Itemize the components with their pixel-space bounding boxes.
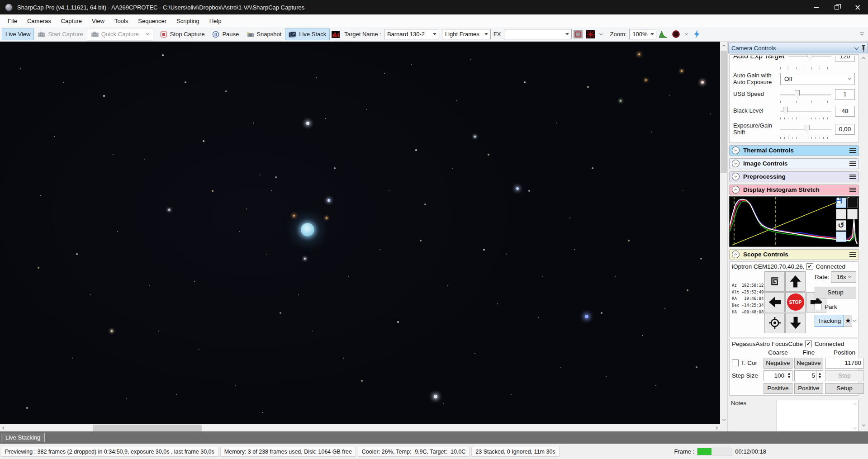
panel-scroll-up[interactable] (860, 54, 868, 62)
reticle-dropdown[interactable] (683, 28, 690, 40)
auto-exp-target-value[interactable]: 120 (835, 56, 855, 62)
focuser-connected-checkbox[interactable]: ✔ (805, 341, 812, 347)
auto-gain-combo[interactable]: Off (780, 73, 855, 85)
mount-connected-checkbox[interactable]: ✔ (806, 263, 813, 270)
frame-type-combo[interactable]: Light Frames (442, 29, 491, 39)
zoom-combo[interactable]: 100% (629, 29, 656, 39)
tab-live-stacking[interactable]: Live Stacking (1, 433, 45, 442)
section-scope-controls[interactable]: Scope Controls (729, 249, 859, 260)
test-pattern-button[interactable] (584, 28, 597, 40)
horizontal-scroll-thumb[interactable] (93, 425, 202, 431)
expand-icon[interactable] (732, 147, 740, 154)
menu-item-tools[interactable]: Tools (109, 16, 133, 26)
stop-capture-button[interactable]: Stop Capture (156, 28, 209, 40)
menu-item-file[interactable]: File (3, 16, 22, 26)
coarse-step-spinner[interactable]: 100 ▲▼ (764, 370, 792, 381)
expand-icon[interactable] (732, 160, 740, 167)
goto-target-button[interactable] (764, 313, 785, 333)
temp-compensation-checkbox[interactable] (732, 360, 739, 366)
section-menu-icon[interactable] (849, 148, 856, 153)
expand-icon[interactable] (732, 173, 740, 180)
black-level-slider[interactable] (780, 107, 831, 116)
tracking-button[interactable]: Tracking (815, 315, 844, 327)
minimize-button[interactable] (806, 0, 826, 14)
scroll-left-arrow[interactable] (0, 424, 8, 432)
slew-up-button[interactable] (785, 271, 806, 292)
slider-thumb[interactable] (805, 125, 810, 133)
target-name-combo[interactable]: Barnard 130-2 (384, 29, 439, 39)
menu-item-cameras[interactable]: Cameras (22, 16, 56, 26)
section-preprocessing[interactable]: Preprocessing (729, 171, 859, 182)
black-level-value[interactable]: 48 (835, 106, 855, 117)
exposure-gain-shift-value[interactable]: 0,00 (835, 124, 855, 135)
histogram-contrast-button[interactable] (847, 198, 858, 208)
restore-button[interactable] (826, 0, 847, 14)
histogram-auto-stretch-button[interactable] (836, 209, 846, 219)
fine-negative-button[interactable]: Negative (794, 358, 823, 369)
section-image-controls[interactable]: Image Controls (729, 158, 859, 169)
reticle-button[interactable] (669, 28, 683, 40)
toolbar-overflow-button[interactable] (858, 33, 866, 36)
exposure-gain-shift-slider[interactable] (780, 125, 831, 134)
mount-setup-button[interactable]: Setup (815, 287, 856, 298)
quick-capture-dropdown[interactable] (142, 28, 153, 40)
image-histogram-button[interactable] (330, 28, 342, 40)
polar-align-button[interactable] (690, 28, 703, 40)
tracking-rate-dropdown[interactable] (852, 315, 856, 327)
spinner-arrows-icon[interactable]: ▲▼ (786, 371, 792, 381)
fine-step-spinner[interactable]: 5 ▲▼ (794, 370, 823, 381)
test-pattern-dropdown[interactable] (597, 28, 605, 40)
scroll-right-arrow[interactable] (712, 424, 720, 432)
slew-stop-button[interactable]: STOP (785, 292, 806, 312)
snapshot-button[interactable]: Snapshot (242, 28, 285, 40)
park-checkbox[interactable] (815, 303, 821, 310)
panel-collapse-icon[interactable] (854, 45, 859, 50)
live-view-button[interactable]: Live View (2, 28, 34, 40)
section-menu-icon[interactable] (849, 175, 856, 179)
panel-scroll-down[interactable] (860, 421, 868, 429)
display-histogram[interactable]: ↺ (729, 196, 859, 247)
live-stack-button[interactable]: Live Stack (285, 28, 330, 40)
fx-combo[interactable] (504, 29, 572, 39)
coarse-positive-button[interactable]: Positive (764, 383, 792, 394)
menu-item-view[interactable]: View (87, 16, 109, 26)
slew-down-button[interactable] (785, 313, 806, 333)
notes-textarea[interactable] (777, 400, 859, 433)
usb-speed-value[interactable]: 1 (835, 89, 855, 100)
horizontal-scrollbar[interactable] (0, 424, 720, 431)
collapse-icon[interactable] (732, 251, 740, 258)
section-display-histogram-stretch[interactable]: Display Histogram Stretch (729, 185, 859, 195)
histogram-lock-button[interactable] (847, 209, 858, 219)
menu-item-sequencer[interactable]: Sequencer (133, 16, 171, 26)
fine-positive-button[interactable]: Positive (794, 383, 823, 394)
sidereal-rate-button[interactable]: ★ (844, 315, 852, 327)
histogram-save-button[interactable] (836, 232, 846, 242)
slider-thumb[interactable] (795, 90, 800, 99)
slider-thumb[interactable] (807, 56, 812, 60)
menu-item-capture[interactable]: Capture (56, 16, 87, 26)
rate-combo[interactable]: 16x (831, 271, 856, 283)
pause-button[interactable]: Pause (208, 28, 242, 40)
slider-thumb[interactable] (783, 107, 788, 115)
menu-item-scripting[interactable]: Scripting (171, 16, 204, 26)
section-menu-icon[interactable] (849, 188, 856, 192)
scroll-down-arrow[interactable] (720, 416, 727, 424)
image-viewport[interactable] (0, 42, 720, 424)
histogram-reset-button[interactable]: ↺ (836, 220, 846, 231)
slew-left-button[interactable] (764, 292, 785, 312)
start-capture-button[interactable]: Start Capture (34, 28, 86, 40)
focuser-position-value[interactable]: 11780 (825, 358, 864, 369)
section-thermal-controls[interactable]: Thermal Controls (729, 145, 859, 156)
panel-pin-icon[interactable] (863, 46, 864, 50)
spinner-arrows-icon[interactable]: ▲▼ (816, 371, 823, 381)
spiral-search-button[interactable] (764, 271, 785, 292)
section-menu-icon[interactable] (849, 252, 856, 257)
section-menu-icon[interactable] (849, 161, 856, 166)
auto-exp-target-slider[interactable] (788, 56, 831, 61)
usb-speed-slider[interactable] (780, 90, 831, 99)
vertical-scroll-thumb[interactable] (721, 51, 727, 173)
menu-item-help[interactable]: Help (204, 16, 227, 26)
vertical-scrollbar[interactable] (720, 42, 727, 424)
histogram-tool-button[interactable] (656, 28, 669, 40)
close-button[interactable]: × (847, 0, 868, 14)
